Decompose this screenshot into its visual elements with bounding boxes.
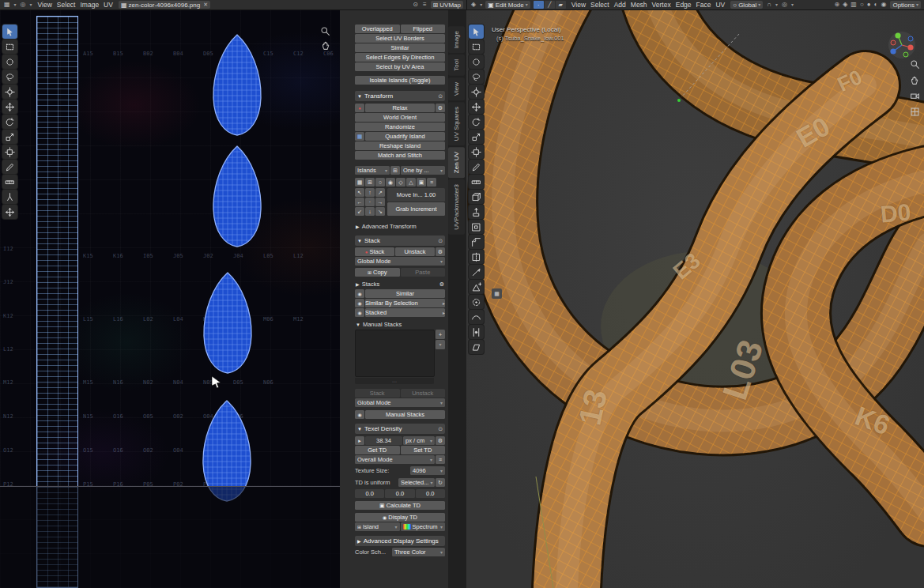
- pan-hand-icon[interactable]: [910, 75, 920, 85]
- match-and-stitch-button[interactable]: Match and Stitch: [355, 151, 445, 160]
- transform-section-header[interactable]: ▼ Transform ⊙: [355, 91, 445, 101]
- td-settings-gear-icon[interactable]: ⚙: [436, 436, 445, 445]
- select-by-uv-area-button[interactable]: Select by UV Area: [355, 62, 445, 71]
- extrude-region-tool-icon[interactable]: [469, 205, 484, 219]
- calculate-td-button[interactable]: ▣Calculate TD: [355, 501, 445, 510]
- advanced-transform-header[interactable]: ▶ Advanced Transform: [355, 222, 445, 231]
- expand-icon[interactable]: ▼: [357, 427, 362, 432]
- select-lasso-tool-icon[interactable]: [469, 70, 484, 84]
- world-orient-button[interactable]: World Orient: [355, 113, 445, 122]
- texture-size-dropdown[interactable]: 4096▾: [410, 466, 445, 475]
- axis-x-neg-handle[interactable]: [891, 40, 896, 45]
- reshape-island-button[interactable]: Reshape Island: [355, 141, 445, 150]
- stack-disabled-button[interactable]: Stack: [355, 389, 400, 398]
- image-datablock-selector[interactable]: ▦ zen-color-4096x4096.png ✕: [119, 1, 210, 9]
- move-tool-icon[interactable]: [2, 100, 17, 114]
- relax-settings-gear-icon[interactable]: ⚙: [436, 104, 445, 112]
- shear-tool-icon[interactable]: [469, 340, 484, 354]
- viewport-3d[interactable]: E0F0D0L0313K6E3 User Perspective (Local)…: [466, 10, 924, 588]
- edge-select-mode-button[interactable]: ╱: [545, 1, 555, 9]
- paste-button[interactable]: Paste: [401, 268, 446, 277]
- select-circle-tool-icon[interactable]: [2, 55, 17, 69]
- axis-z-neg-handle[interactable]: [908, 36, 913, 41]
- eye-icon[interactable]: ◉: [355, 299, 364, 307]
- pin-icon[interactable]: ⊙: [438, 93, 443, 100]
- list-resize-grip[interactable]: ⋯: [355, 378, 434, 384]
- pan-hand-icon[interactable]: [321, 40, 331, 51]
- unstack-button[interactable]: Unstack: [395, 247, 435, 256]
- solid-shading-icon[interactable]: ●: [866, 2, 872, 8]
- set-td-button[interactable]: Set TD: [401, 446, 446, 454]
- select-box-tool-icon[interactable]: [2, 40, 17, 54]
- menu-item[interactable]: View: [569, 1, 588, 9]
- image-editor-type-icon[interactable]: ▦: [3, 2, 11, 8]
- tab-tool[interactable]: Tool: [448, 55, 465, 76]
- poly-build-tool-icon[interactable]: [469, 280, 484, 294]
- scale-tool-icon[interactable]: [469, 130, 484, 144]
- texel-density-value-field[interactable]: 38.34: [365, 436, 402, 445]
- texel-density-section-header[interactable]: ▼ Texel Density ⊙: [355, 424, 445, 434]
- uvmap-selector[interactable]: ⊞ UVMap: [431, 1, 463, 9]
- copy-button[interactable]: ⊞Copy: [355, 268, 400, 277]
- tab-image[interactable]: Image: [448, 26, 465, 53]
- relax-method-icon[interactable]: ●: [355, 104, 364, 112]
- select-lasso-tool-icon[interactable]: [2, 70, 17, 84]
- overall-mode-dropdown[interactable]: Overall Mode▾: [355, 455, 435, 464]
- annotate-tool-icon[interactable]: [2, 160, 17, 174]
- menu-item[interactable]: UV: [713, 1, 727, 9]
- navigation-gizmo[interactable]: [886, 29, 918, 61]
- expand-icon[interactable]: ▼: [357, 94, 362, 99]
- move-direction-button[interactable]: ↙: [355, 207, 364, 216]
- measure-tool-icon[interactable]: [2, 175, 17, 189]
- viewport-widget-icon[interactable]: ▦: [492, 288, 502, 299]
- td-presets-arrow-icon[interactable]: ▸: [355, 436, 364, 445]
- rip-region-tool-icon[interactable]: [2, 190, 17, 204]
- pivot-icon[interactable]: ◎: [20, 2, 27, 8]
- transform-option-toggle[interactable]: ◇: [396, 178, 405, 187]
- transform-option-toggle[interactable]: ▦: [355, 178, 364, 187]
- viewport-editor-type-icon[interactable]: ◈: [470, 2, 477, 8]
- smooth-tool-icon[interactable]: [469, 310, 484, 324]
- cursor-tool-icon[interactable]: [469, 85, 484, 99]
- randomize-button[interactable]: Randomize: [355, 122, 445, 131]
- show-overlays-icon[interactable]: ◈: [842, 2, 848, 8]
- vertex-select-mode-button[interactable]: ·: [534, 1, 544, 9]
- td-uniform-dropdown[interactable]: Selected...▾: [398, 478, 435, 487]
- global-mode-dropdown[interactable]: Global Mode▾: [355, 257, 445, 266]
- rotate-tool-icon[interactable]: [469, 115, 484, 129]
- global-mode-dropdown-2[interactable]: Global Mode▾: [355, 398, 445, 407]
- display-td-button[interactable]: ◉Display TD: [355, 513, 445, 522]
- axis-y-neg-handle[interactable]: [903, 52, 908, 57]
- eye-icon[interactable]: ◉: [355, 308, 364, 317]
- pin-icon[interactable]: ⊙: [412, 2, 419, 8]
- manual-stacks-button[interactable]: Manual Stacks: [365, 410, 445, 419]
- get-td-button[interactable]: Get TD: [355, 446, 400, 454]
- bevel-tool-icon[interactable]: [469, 235, 484, 249]
- isolate-islands-button[interactable]: Isolate Islands (Toggle): [355, 76, 445, 85]
- scale-tool-icon[interactable]: [2, 130, 17, 144]
- menu-item[interactable]: View: [36, 1, 55, 9]
- display-mode-dropdown[interactable]: ⊞Island▾: [355, 522, 400, 531]
- relax-button[interactable]: Relax: [365, 104, 435, 112]
- menu-item[interactable]: Vertex: [650, 1, 673, 9]
- move-direction-button[interactable]: ·: [365, 198, 375, 206]
- display-channels-icon[interactable]: ≡: [422, 2, 428, 8]
- zoom-icon[interactable]: [320, 26, 330, 36]
- stack-filter-button[interactable]: Similar▸: [365, 289, 445, 298]
- quadrify-island-button[interactable]: Quadrify Island: [365, 132, 445, 141]
- manual-stacks-list[interactable]: [355, 330, 435, 377]
- tweak-tool-icon[interactable]: [469, 24, 484, 39]
- mode-dropdown[interactable]: ▣ Edit Mode ▾: [485, 1, 530, 9]
- menu-item[interactable]: UV: [101, 1, 115, 9]
- measure-tool-icon[interactable]: [469, 175, 484, 189]
- transform-orientation-dropdown[interactable]: ○ Global ▾: [730, 1, 763, 9]
- material-preview-icon[interactable]: ◐: [873, 2, 879, 8]
- camera-view-icon[interactable]: [910, 91, 920, 101]
- select-box-tool-icon[interactable]: [469, 40, 484, 54]
- expand-icon[interactable]: ▼: [357, 239, 362, 243]
- td-value-field[interactable]: 0.0: [416, 489, 445, 498]
- manual-stacks-header[interactable]: ▼ Manual Stacks: [355, 320, 445, 329]
- islands-mode-dropdown[interactable]: Islands▾: [355, 166, 390, 175]
- transform-option-toggle[interactable]: △: [406, 178, 416, 187]
- tweak-tool-icon[interactable]: [2, 24, 17, 39]
